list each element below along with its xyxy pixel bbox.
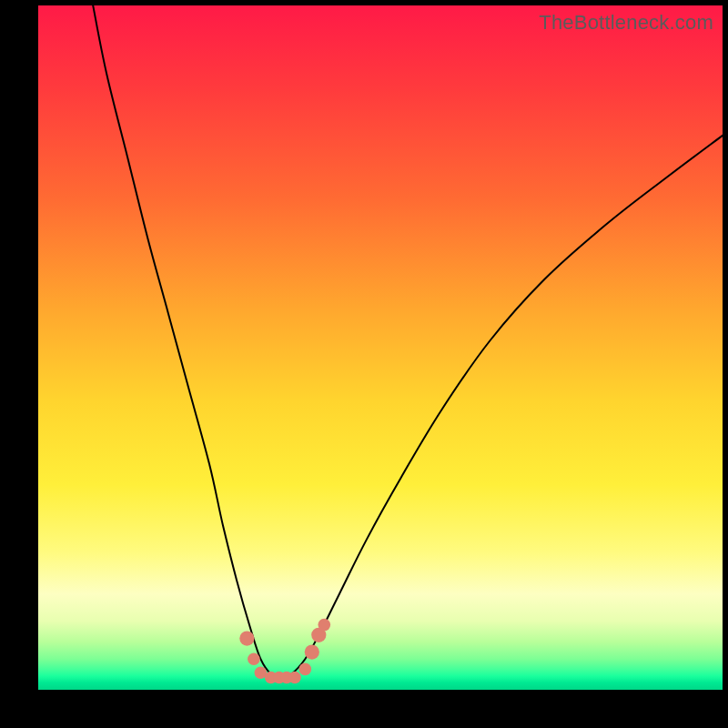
chart-frame: TheBottleneck.com: [0, 0, 728, 728]
highlight-markers: [239, 619, 330, 684]
marker-dot: [305, 645, 319, 660]
chart-plot-area: TheBottleneck.com: [38, 5, 723, 690]
bottleneck-curve: [93, 5, 723, 678]
chart-svg: [38, 5, 723, 690]
marker-dot: [248, 652, 260, 665]
marker-dot: [239, 632, 254, 646]
marker-dot: [288, 672, 301, 684]
marker-dot: [318, 619, 331, 632]
marker-dot: [299, 663, 312, 676]
